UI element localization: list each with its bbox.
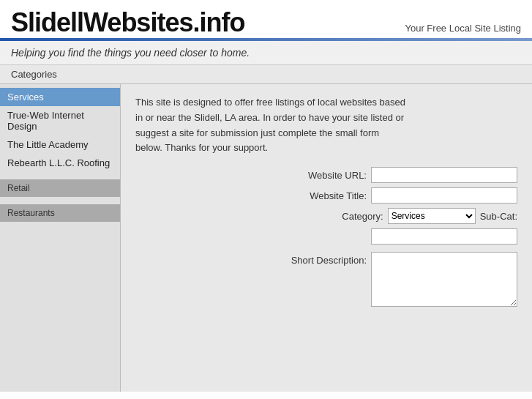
intro-text: This site is designed to offer free list… [135, 95, 406, 156]
header: SlidellWebsites.info Your Free Local Sit… [0, 0, 532, 38]
title-label: Website Title: [286, 190, 367, 201]
tagline: Your Free Local Site Listing [405, 23, 521, 38]
main-content: Services True-Web Internet Design The Li… [0, 84, 532, 392]
subtitle-text: Helping you find the things you need clo… [11, 47, 250, 59]
category-label: Category: [303, 211, 383, 222]
categories-label: Categories [11, 69, 57, 80]
title-row: Website Title: [135, 187, 517, 204]
subcat-input[interactable] [371, 228, 517, 245]
sidebar-item-true-web[interactable]: True-Web Internet Design [0, 106, 120, 135]
nav-bar: Categories [0, 65, 532, 84]
url-row: Website URL: [135, 167, 517, 183]
sidebar-item-services[interactable]: Services [0, 88, 120, 106]
description-textarea[interactable] [371, 252, 517, 307]
content-area: This site is designed to offer free list… [121, 84, 532, 392]
subcat-label: Sub-Cat: [480, 211, 517, 222]
category-row: Category: Services Retail Restaurants Su… [135, 208, 517, 224]
sidebar-item-retail[interactable]: Retail [0, 179, 120, 197]
site-title: SlidellWebsites.info [11, 7, 244, 38]
subtitle-bar: Helping you find the things you need clo… [0, 41, 532, 65]
url-label: Website URL: [286, 170, 367, 181]
description-row: Short Description: [135, 252, 517, 307]
category-select[interactable]: Services Retail Restaurants [388, 208, 476, 224]
sidebar: Services True-Web Internet Design The Li… [0, 84, 121, 392]
url-input[interactable] [371, 167, 517, 183]
sidebar-item-little-academy[interactable]: The Little Academy [0, 135, 120, 154]
title-input[interactable] [371, 187, 517, 204]
listing-form: Website URL: Website Title: Category: Se… [135, 167, 517, 307]
description-label: Short Description: [286, 252, 367, 266]
sidebar-item-restaurants[interactable]: Restaurants [0, 204, 120, 222]
sidebar-item-rebearth[interactable]: Rebearth L.L.C. Roofing [0, 154, 120, 172]
subcat-row [135, 228, 517, 245]
